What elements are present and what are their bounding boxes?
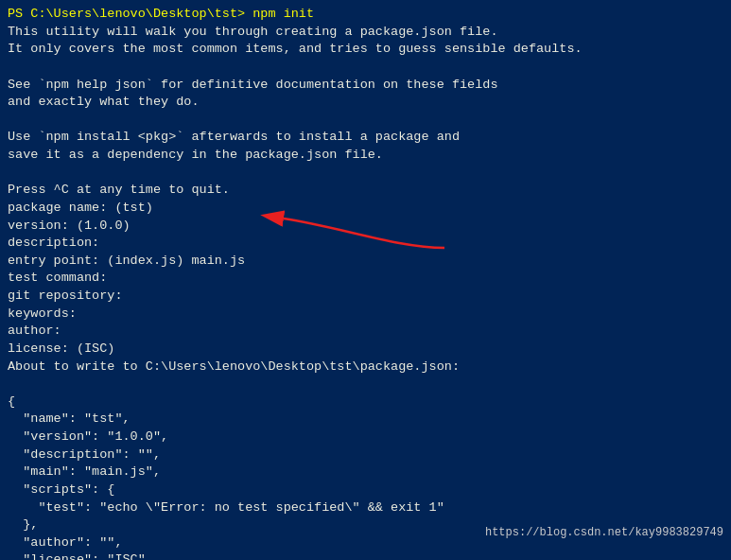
- terminal-line: See `npm help json` for definitive docum…: [8, 77, 723, 95]
- terminal-line: Use `npm install <pkg>` afterwards to in…: [8, 129, 723, 147]
- terminal-line: save it as a dependency in the package.j…: [8, 147, 723, 165]
- terminal-line: "license": "ISC": [8, 551, 723, 560]
- terminal-line: It only covers the most common items, an…: [8, 41, 723, 59]
- terminal-line: keywords:: [8, 306, 723, 324]
- terminal-line: PS C:\Users\lenovo\Desktop\tst> npm init: [8, 6, 723, 24]
- terminal-line: {: [8, 394, 723, 411]
- terminal-line: "test": "echo \"Error: no test specified…: [8, 499, 723, 517]
- terminal-line: test command:: [8, 270, 723, 288]
- terminal-line: "main": "main.js",: [8, 464, 723, 481]
- terminal-window: PS C:\Users\lenovo\Desktop\tst> npm init…: [0, 0, 731, 560]
- watermark: https://blog.csdn.net/kay9983829749: [485, 526, 723, 539]
- terminal-line: version: (1.0.0): [8, 218, 723, 236]
- terminal-line: license: (ISC): [8, 341, 723, 359]
- terminal-line: This utility will walk you through creat…: [8, 24, 723, 42]
- terminal-line: and exactly what they do.: [8, 94, 723, 112]
- terminal-line: "version": "1.0.0",: [8, 429, 723, 446]
- terminal-line: [8, 165, 723, 183]
- terminal-line: "scripts": {: [8, 481, 723, 499]
- terminal-line: description:: [8, 235, 723, 253]
- terminal-line: package name: (tst): [8, 200, 723, 218]
- terminal-line: [8, 59, 723, 77]
- terminal-line: git repository:: [8, 288, 723, 306]
- terminal-line: About to write to C:\Users\lenovo\Deskto…: [8, 359, 723, 376]
- terminal-line: Press ^C at any time to quit.: [8, 182, 723, 200]
- terminal-line: "description": "",: [8, 446, 723, 464]
- terminal-line: author:: [8, 323, 723, 341]
- terminal-line-entry-point: entry point: (index.js) main.js: [8, 253, 723, 271]
- terminal-line: [8, 112, 723, 130]
- terminal-line: [8, 376, 723, 394]
- terminal-line: "name": "tst",: [8, 411, 723, 429]
